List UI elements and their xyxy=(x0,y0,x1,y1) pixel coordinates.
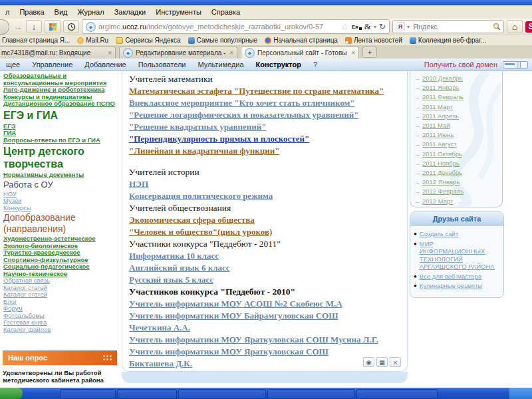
sidebar-link[interactable]: Образовательные и консультационные мероп… xyxy=(3,72,120,86)
tab-close-icon[interactable]: × xyxy=(350,49,355,57)
chevron-down-icon[interactable]: ▾ xyxy=(374,24,376,30)
menu-item[interactable]: Справка xyxy=(207,7,246,17)
sidebar-link[interactable]: Социально-педагогическое xyxy=(3,263,120,271)
address-bar[interactable]: ◆ argimc.ucoz.ru/index/gotovye_metodiche… xyxy=(82,19,390,34)
bookmark-item[interactable]: Коллекция веб-фраг... xyxy=(410,37,486,44)
sidebar-link[interactable]: Вопросы-ответы по ЕГЭ и ГИА xyxy=(3,137,120,144)
sidebar-link[interactable]: Музеи xyxy=(3,198,120,205)
search-box[interactable]: Я ▾ xyxy=(392,20,504,33)
sidebar-link[interactable]: Туристко-краеведческое xyxy=(3,249,120,257)
archive-link[interactable]: → 2011 Декабрь xyxy=(414,168,502,178)
admin-menu-item[interactable]: Конструктор xyxy=(250,61,307,68)
menu-item[interactable]: Правка xyxy=(15,7,50,17)
get-domain-link[interactable]: Получить свой домен xyxy=(424,61,497,68)
admin-menu-item[interactable]: Пользователи xyxy=(132,61,192,68)
sidebar-link[interactable]: Конкурсы xyxy=(3,205,120,212)
archive-link[interactable]: → 2012 Март xyxy=(414,197,502,206)
sidebar-link[interactable]: Гостевая книга xyxy=(3,319,120,327)
sidebar-link[interactable]: Форум xyxy=(3,305,120,313)
search-input[interactable] xyxy=(412,22,491,31)
archive-link[interactable]: → 2011 Август xyxy=(414,140,502,149)
friend-link[interactable]: ● МИР ИНФОРМАЦИОННЫХ ТЕХНОЛОГИЙ АРГАЯШСК… xyxy=(414,240,501,271)
archive-link[interactable]: → 2011 Март xyxy=(414,102,502,112)
content-link[interactable]: Внеклассное мероприятие "Кто хочет стать… xyxy=(129,97,400,109)
archive-link[interactable]: → 2010 Декабрь xyxy=(414,74,502,83)
friend-link[interactable]: ● Создать сайт xyxy=(414,230,501,238)
sidebar-link[interactable]: Лего-движение и робототехника xyxy=(3,86,120,94)
content-link[interactable]: Бикташева Д.К. xyxy=(129,358,400,370)
bookmark-item[interactable]: Самые популярные xyxy=(188,37,258,44)
task-button[interactable] xyxy=(267,389,355,399)
archive-link[interactable]: → 2011 Апрель xyxy=(414,112,502,121)
new-tab-button[interactable]: + xyxy=(362,47,377,58)
archive-link[interactable]: → 2011 Июнь xyxy=(414,130,502,140)
task-button[interactable] xyxy=(356,389,438,399)
content-link[interactable]: Консервация политического режима xyxy=(129,190,400,202)
history-button[interactable] xyxy=(63,20,79,33)
sidebar-link[interactable]: ЕГЭ xyxy=(3,123,120,130)
sidebar-link[interactable]: Дистанционное образование ПСПО xyxy=(3,100,120,108)
bookmark-item[interactable]: Mail.Ru xyxy=(77,37,108,44)
back-button[interactable] xyxy=(0,19,9,35)
menu-item[interactable]: Инструменты xyxy=(152,7,207,17)
extension-eq-icon[interactable]: Ея xyxy=(352,24,362,30)
menu-item[interactable]: Вид xyxy=(51,7,74,17)
sidebar-link[interactable]: Художественно-эстетическое xyxy=(3,235,120,243)
tab-close-icon[interactable]: × xyxy=(228,49,233,57)
entry-control-button[interactable]: × xyxy=(390,357,401,367)
archive-link[interactable]: → 2011 Январь xyxy=(414,83,502,92)
menu-item[interactable]: Журнал xyxy=(74,7,110,17)
task-button[interactable] xyxy=(117,389,177,399)
apps-grid-button[interactable] xyxy=(45,20,61,33)
archive-link[interactable]: → 2012 Январь xyxy=(414,178,502,187)
admin-menu-item[interactable]: ? xyxy=(307,61,323,68)
bookmark-item[interactable]: Начальная страница xyxy=(265,37,338,44)
archive-link[interactable]: → 2012 Февраль xyxy=(414,187,502,196)
browser-tab[interactable]: ◆ mc74318@mail.ru: Входящие × xyxy=(0,47,116,59)
sidebar-link[interactable]: ГИА xyxy=(3,130,120,137)
menu-item[interactable]: Закладки xyxy=(110,7,152,17)
extension-ampersand-icon[interactable]: & xyxy=(364,21,371,32)
archive-link[interactable]: → 2011 Ноябрь xyxy=(414,159,502,168)
content-link[interactable]: "Человек и общество"(цикл уроков) xyxy=(129,226,400,238)
content-link[interactable]: Экономическая сфера общества xyxy=(129,214,400,226)
admin-menu-item[interactable]: щее xyxy=(0,61,26,68)
content-link[interactable]: "Решение квадратных уравнений" xyxy=(129,121,400,133)
home-button[interactable]: ⌂ xyxy=(507,20,523,33)
content-link[interactable]: Информатика 10 класс xyxy=(129,250,400,262)
archive-link[interactable]: → 2011 Май xyxy=(414,121,502,130)
friend-link[interactable]: ● Все для веб-мастера xyxy=(414,273,501,281)
archive-link[interactable]: → 2011 Февраль xyxy=(414,92,502,102)
sidebar-link[interactable]: Нормативные документы xyxy=(3,172,120,179)
content-link[interactable]: "Перпендикулярность прямых и плоскостей" xyxy=(129,133,400,145)
content-link[interactable]: НЭП xyxy=(129,178,400,190)
task-button[interactable] xyxy=(60,389,116,399)
start-button[interactable] xyxy=(0,388,23,399)
content-link[interactable]: Учитель информатики МОУ Яраткуловская СО… xyxy=(129,346,400,358)
admin-menu-item[interactable]: Управление xyxy=(26,61,78,68)
admin-menu-item[interactable]: Добавление xyxy=(78,61,132,68)
content-link[interactable]: Русский язык 5 класс xyxy=(129,274,400,286)
task-button[interactable] xyxy=(178,389,266,399)
magnifier-icon[interactable] xyxy=(493,23,501,31)
sidebar-link[interactable]: Каталог статей xyxy=(3,291,120,299)
entry-control-button[interactable]: ▦ xyxy=(376,357,388,367)
browser-tab[interactable]: ◆ Персональный сайт - Готовые методи... … xyxy=(241,47,359,59)
content-link[interactable]: "Решение логарифмических и показательных… xyxy=(129,109,400,121)
search-engine-caret-icon[interactable]: ▾ xyxy=(407,24,410,30)
s-logo-icon[interactable]: S xyxy=(525,21,532,33)
entry-control-button[interactable]: ◉ xyxy=(363,357,374,367)
bookmark-star-icon[interactable]: ☆ xyxy=(340,21,349,32)
bookmark-item[interactable]: Главная страница Я... xyxy=(2,37,70,44)
forward-button[interactable]: → xyxy=(12,22,23,32)
panel-slider[interactable] xyxy=(503,61,528,68)
admin-menu-item[interactable]: Мультимедиа xyxy=(192,61,249,68)
content-link[interactable]: Английский язык 6 класс xyxy=(129,262,400,274)
download-button[interactable]: ↓ xyxy=(26,20,42,33)
content-link[interactable]: Учитель информатики МОУ Байрамгуловская … xyxy=(129,310,400,322)
browser-tab[interactable]: ◆ Редактирование материала - Персона... … xyxy=(119,47,237,59)
content-link[interactable]: "Линейная и квадратичная функции" xyxy=(129,145,400,157)
content-link[interactable]: Учитель информатики МОУ Яраткуловская СО… xyxy=(129,334,400,346)
content-link[interactable]: Учитель информатики МОУ АСОШ №2 Скобеюс … xyxy=(129,298,400,310)
sidebar-link[interactable]: Обратная связь xyxy=(3,277,120,285)
